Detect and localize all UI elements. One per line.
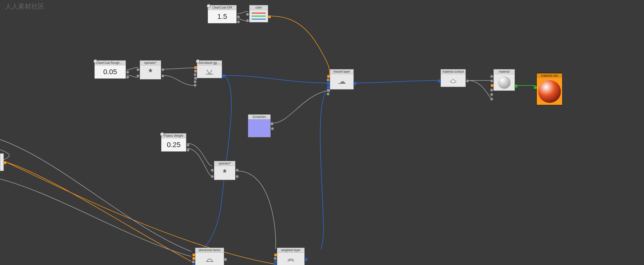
node-title: Flakes Weight <box>161 134 186 138</box>
input-port[interactable] <box>490 75 493 78</box>
node-fresnel-layer[interactable]: fresnel layer <box>330 69 354 90</box>
node-operator-multiply[interactable]: operator* * <box>140 60 161 79</box>
input-port[interactable] <box>327 89 330 92</box>
output-port[interactable] <box>224 258 227 261</box>
output-port[interactable] <box>187 149 190 152</box>
output-port[interactable] <box>126 76 129 79</box>
node-flakes-weight[interactable]: Flakes Weight 0.25 <box>161 133 186 152</box>
node-weighted-layer[interactable]: weighted layer <box>277 248 305 265</box>
input-port[interactable] <box>274 264 277 265</box>
node-partial-left[interactable] <box>0 153 4 171</box>
node-title: ClearCoat IOR <box>208 5 236 10</box>
input-port[interactable] <box>246 13 249 16</box>
fresnel-icon <box>330 74 353 89</box>
output-port[interactable] <box>236 175 239 178</box>
input-port[interactable] <box>194 70 197 73</box>
input-port[interactable] <box>192 260 195 263</box>
input-port[interactable] <box>194 66 197 69</box>
input-port[interactable] <box>327 75 330 78</box>
input-port[interactable] <box>211 175 214 178</box>
output-port[interactable] <box>268 15 271 18</box>
operator-symbol: * <box>140 65 161 79</box>
input-port[interactable] <box>246 19 249 22</box>
input-port[interactable] <box>274 257 277 260</box>
input-port[interactable] <box>194 84 197 87</box>
output-port[interactable] <box>237 20 240 23</box>
input-port[interactable] <box>327 93 330 96</box>
node-title: operator* <box>140 61 161 65</box>
input-port[interactable] <box>192 253 195 256</box>
node-clearcoat-ior[interactable]: ClearCoat IOR 1.5 <box>208 5 237 23</box>
output-port[interactable] <box>222 74 225 77</box>
input-port[interactable] <box>327 82 330 85</box>
output-port[interactable] <box>466 79 469 82</box>
input-port[interactable] <box>490 79 493 82</box>
node-color[interactable]: color <box>249 5 268 22</box>
node-title: ClearCoat Roughn… <box>95 61 126 65</box>
node-title: color <box>249 5 268 10</box>
output-port[interactable] <box>126 71 129 74</box>
input-port[interactable] <box>194 73 197 76</box>
breakpoint-icon[interactable] <box>93 59 97 63</box>
input-port[interactable] <box>490 93 493 96</box>
output-port[interactable] <box>237 15 240 18</box>
graph-edges <box>0 0 644 265</box>
material-preview <box>537 78 562 105</box>
node-title: Scratches <box>248 115 270 119</box>
output-port[interactable] <box>4 161 7 164</box>
weighted-icon <box>277 253 304 265</box>
node-value[interactable]: 0.25 <box>161 138 186 151</box>
input-port[interactable] <box>274 260 277 263</box>
input-port[interactable] <box>194 77 197 80</box>
scratches-preview <box>248 119 270 137</box>
surface-icon <box>441 74 466 87</box>
color-preview <box>249 10 268 22</box>
input-port[interactable] <box>490 98 493 101</box>
node-title: weighted layer <box>277 248 304 253</box>
output-port[interactable] <box>236 169 239 172</box>
breakpoint-icon[interactable] <box>160 132 164 136</box>
output-port[interactable] <box>270 122 273 125</box>
input-port[interactable] <box>274 253 277 256</box>
output-port[interactable] <box>161 68 164 71</box>
directional-icon <box>195 253 224 265</box>
node-microfacet-ggx[interactable]: microfacet ggx sm… <box>197 60 222 78</box>
node-value[interactable]: 0.05 <box>95 65 126 78</box>
input-port[interactable] <box>327 85 330 89</box>
input-port[interactable] <box>211 169 214 172</box>
input-port[interactable] <box>136 74 139 77</box>
input-port[interactable] <box>534 86 537 89</box>
output-port[interactable] <box>161 74 164 77</box>
input-port[interactable] <box>194 80 197 83</box>
watermark-text: 人人素材社区 <box>5 2 44 11</box>
input-port[interactable] <box>192 264 195 265</box>
node-directional-factor[interactable]: directional factor <box>195 248 224 265</box>
operator-symbol: * <box>214 166 235 180</box>
breakpoint-icon[interactable] <box>207 4 211 8</box>
node-value[interactable]: 1.5 <box>208 10 236 23</box>
output-port[interactable] <box>271 127 274 130</box>
node-material-root[interactable]: material root <box>536 73 563 105</box>
node-operator-multiply-2[interactable]: operator* * <box>214 161 235 180</box>
node-title: microfacet ggx sm… <box>197 61 222 65</box>
output-port[interactable] <box>304 258 307 261</box>
input-port[interactable] <box>136 68 139 71</box>
input-port[interactable] <box>192 257 195 260</box>
breakpoint-icon[interactable] <box>196 59 200 63</box>
material-icon <box>494 74 515 91</box>
microfacet-icon <box>197 65 222 78</box>
input-port[interactable] <box>438 79 441 82</box>
node-scratches[interactable]: Scratches <box>248 114 271 137</box>
node-title: material root <box>537 73 562 78</box>
node-clearcoat-roughness[interactable]: ClearCoat Roughn… 0.05 <box>94 60 126 79</box>
output-port[interactable] <box>187 144 190 147</box>
input-port[interactable] <box>491 84 494 87</box>
node-material-surface[interactable]: material surface <box>441 69 466 87</box>
node-title: material surface <box>441 69 466 74</box>
output-port[interactable] <box>353 82 356 85</box>
input-port[interactable] <box>327 78 330 81</box>
node-title: directional factor <box>195 248 224 253</box>
output-port[interactable] <box>515 84 518 87</box>
node-material[interactable]: material <box>493 69 515 91</box>
input-port[interactable] <box>490 89 493 92</box>
